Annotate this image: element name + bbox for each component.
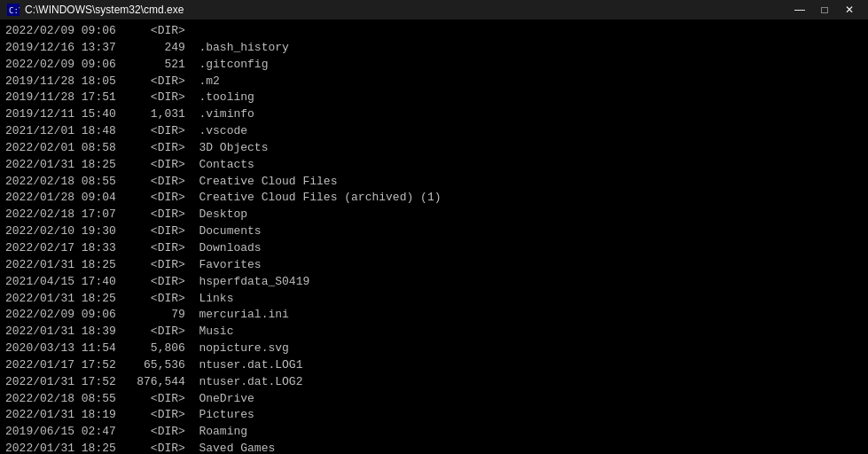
table-row: 2022/02/18 08:55 <DIR> OneDrive — [5, 391, 863, 408]
terminal-output: 2022/02/09 09:06 <DIR> 2019/12/16 13:37 … — [0, 20, 868, 454]
table-row: 2022/02/10 19:30 <DIR> Documents — [5, 223, 863, 240]
svg-text:C:\: C:\ — [9, 6, 20, 15]
table-row: 2022/02/18 08:55 <DIR> Creative Cloud Fi… — [5, 174, 863, 191]
table-row: 2021/04/15 17:40 <DIR> hsperfdata_S0419 — [5, 274, 863, 291]
table-row: 2022/01/31 18:19 <DIR> Pictures — [5, 407, 863, 424]
table-row: 2022/02/09 09:06 79 mercurial.ini — [5, 307, 863, 324]
window-title: C:\WINDOWS\system32\cmd.exe — [25, 4, 184, 16]
table-row: 2022/02/09 09:06 521 .gitconfig — [5, 57, 863, 74]
table-row: 2019/06/15 02:47 <DIR> Roaming — [5, 424, 863, 441]
table-row: 2022/02/09 09:06 <DIR> — [5, 23, 863, 40]
table-row: 2022/01/31 18:39 <DIR> Music — [5, 324, 863, 340]
table-row: 2022/02/01 08:58 <DIR> 3D Objects — [5, 140, 863, 157]
cmd-icon: C:\ — [7, 4, 20, 16]
table-row: 2019/12/11 15:40 1,031 .viminfo — [5, 106, 863, 123]
table-row: 2019/12/16 13:37 249 .bash_history — [5, 40, 863, 57]
table-row: 2021/12/01 18:48 <DIR> .vscode — [5, 123, 863, 140]
table-row: 2022/01/17 17:52 65,536 ntuser.dat.LOG1 — [5, 357, 863, 374]
maximize-button[interactable]: □ — [813, 1, 836, 19]
minimize-button[interactable]: — — [788, 1, 811, 19]
table-row: 2022/01/31 18:25 <DIR> Saved Games — [5, 441, 863, 454]
table-row: 2019/11/28 17:51 <DIR> .tooling — [5, 90, 863, 106]
table-row: 2022/02/18 17:07 <DIR> Desktop — [5, 207, 863, 223]
window-controls: — □ ✕ — [788, 1, 861, 19]
table-row: 2022/02/17 18:33 <DIR> Downloads — [5, 240, 863, 257]
table-row: 2022/01/31 18:25 <DIR> Favorites — [5, 257, 863, 274]
table-row: 2022/01/31 18:25 <DIR> Contacts — [5, 157, 863, 174]
table-row: 2020/03/13 11:54 5,806 nopicture.svg — [5, 340, 863, 357]
table-row: 2022/01/31 17:52 876,544 ntuser.dat.LOG2 — [5, 374, 863, 391]
table-row: 2022/01/28 09:04 <DIR> Creative Cloud Fi… — [5, 190, 863, 207]
table-row: 2019/11/28 18:05 <DIR> .m2 — [5, 74, 863, 90]
close-button[interactable]: ✕ — [838, 1, 861, 19]
title-bar: C:\ C:\WINDOWS\system32\cmd.exe — □ ✕ — [0, 0, 868, 20]
table-row: 2022/01/31 18:25 <DIR> Links — [5, 291, 863, 308]
